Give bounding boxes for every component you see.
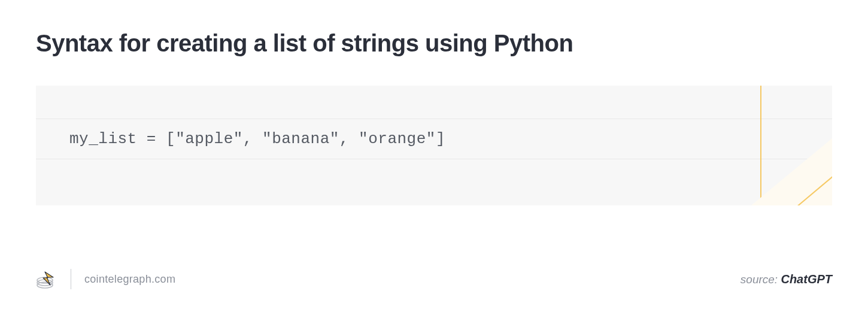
footer-divider	[71, 269, 71, 289]
page-fold-decoration	[751, 138, 832, 205]
footer-left: cointelegraph.com	[36, 268, 175, 290]
cointelegraph-logo-icon	[36, 268, 57, 290]
site-url: cointelegraph.com	[84, 273, 175, 286]
source-attribution: source: ChatGPT	[740, 272, 832, 286]
footer: cointelegraph.com source: ChatGPT	[36, 268, 832, 290]
page-title: Syntax for creating a list of strings us…	[36, 30, 832, 57]
code-block: my_list = ["apple", "banana", "orange"]	[36, 86, 832, 205]
code-line: my_list = ["apple", "banana", "orange"]	[36, 119, 832, 159]
code-text: my_list = ["apple", "banana", "orange"]	[69, 130, 445, 148]
source-name: ChatGPT	[781, 272, 832, 286]
source-label: source:	[740, 273, 781, 286]
